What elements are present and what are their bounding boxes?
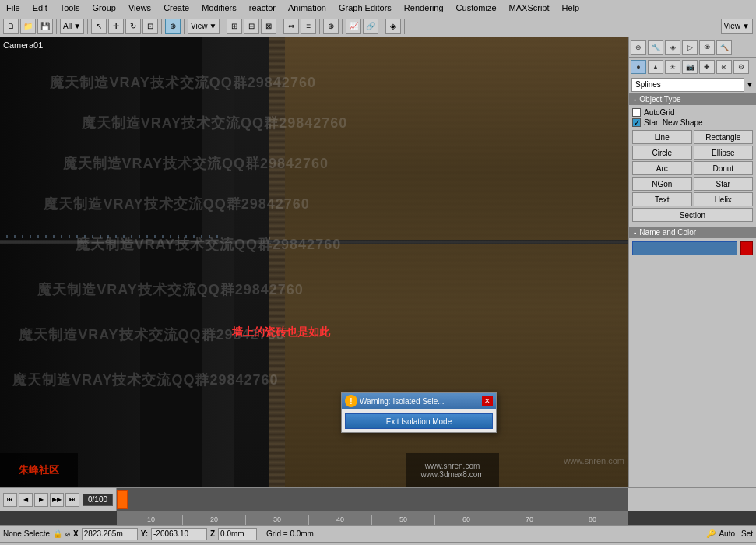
panel-btn-motion[interactable]: ▷ [682, 40, 698, 54]
menu-animation[interactable]: Animation [285, 2, 329, 13]
toolbar-snap2[interactable]: ⊟ [244, 19, 259, 34]
menu-edit[interactable]: Edit [30, 2, 51, 13]
brand-3dmax: www.3dmax8.com [420, 470, 483, 479]
menu-customize[interactable]: Customize [453, 2, 500, 13]
brand-right: www.snren.com www.3dmax8.com [406, 453, 499, 487]
key-icon: 🔑 [706, 529, 716, 538]
watermark-snren: www.snren.com [564, 456, 624, 466]
shape-btn-circle[interactable]: Circle [632, 146, 692, 160]
menu-file[interactable]: File [3, 2, 23, 13]
timeline-track[interactable] [117, 488, 628, 511]
toolbar-align[interactable]: ≡ [301, 19, 316, 34]
toolbar-select[interactable]: ↖ [91, 19, 107, 34]
shape-btn-text[interactable]: Text [632, 192, 692, 206]
view-label2: View [724, 22, 741, 30]
object-type-grid: AutoGrid ✓ Start New Shape Line Rectangl… [629, 105, 756, 225]
panel-btn-hierarchy[interactable]: ◈ [665, 40, 680, 54]
shape-btn-section[interactable]: Section [632, 208, 753, 222]
all-dropdown[interactable]: All ▼ [60, 19, 84, 34]
start-new-shape-row: ✓ Start New Shape [632, 118, 753, 127]
ruler-80: 80 [561, 515, 624, 525]
right-panel: ⊕ 🔧 ◈ ▷ 👁 🔨 ● ▲ ☀ 📷 ✚ ⊗ ⚙ Splines ▼ [628, 37, 756, 487]
splines-dropdown[interactable]: Splines [631, 78, 744, 92]
status-bar: None Selecte 🔒 ⌀ X Y: Z Grid = 0.0mm 🔑 A… [0, 525, 756, 542]
name-input-field[interactable] [632, 241, 737, 255]
shape-btn-ngon[interactable]: NGon [632, 177, 692, 191]
menu-create[interactable]: Create [160, 2, 192, 13]
panel-btn-lights[interactable]: ☀ [665, 60, 680, 74]
color-swatch[interactable] [740, 241, 753, 255]
panel-btn-spacewarps[interactable]: ⊗ [716, 60, 732, 74]
shape-btn-line[interactable]: Line [632, 130, 692, 144]
panel-btn-utilities[interactable]: 🔨 [716, 40, 732, 54]
view-arrow2: ▼ [742, 22, 750, 30]
shape-btn-donut[interactable]: Donut [694, 161, 754, 175]
shape-btn-ellipse[interactable]: Ellipse [694, 146, 754, 160]
dialog-close-button[interactable]: ✕ [482, 396, 493, 406]
toolbar-sep9 [382, 19, 382, 34]
toolbar-mirror[interactable]: ⇔ [283, 19, 299, 34]
toolbar-schematic[interactable]: 🔗 [363, 19, 378, 34]
toolbar-curve[interactable]: 📈 [346, 19, 361, 34]
panel-btn-modify[interactable]: 🔧 [648, 40, 663, 54]
menu-reactor[interactable]: reactor [246, 2, 279, 13]
y-input[interactable] [151, 528, 207, 540]
shape-btn-arc[interactable]: Arc [632, 161, 692, 175]
shape-btn-rectangle[interactable]: Rectangle [694, 130, 754, 144]
toolbar-material[interactable]: ◈ [385, 19, 401, 34]
z-input[interactable] [218, 528, 257, 540]
toolbar-open[interactable]: 📁 [20, 19, 36, 34]
panel-btn-geometry[interactable]: ● [631, 60, 646, 74]
menu-help[interactable]: Help [559, 2, 583, 13]
toolbar-layers[interactable]: ⊕ [323, 19, 339, 34]
menu-rendering[interactable]: Rendering [401, 2, 447, 13]
btn-next-frame[interactable]: ▶▶ [50, 493, 64, 507]
camera-label: Camera01 [3, 40, 43, 50]
panel-btn-systems[interactable]: ⚙ [733, 60, 749, 74]
btn-prev-frame[interactable]: ◀ [19, 493, 33, 507]
menu-graph-editors[interactable]: Graph Editors [336, 2, 395, 13]
menu-tools[interactable]: Tools [57, 2, 83, 13]
ruler-50: 50 [372, 515, 435, 525]
toolbar-rotate[interactable]: ↻ [125, 19, 141, 34]
panel-btn-create[interactable]: ⊕ [631, 40, 646, 54]
start-new-shape-checkbox[interactable]: ✓ [632, 118, 641, 127]
menu-views[interactable]: Views [125, 2, 154, 13]
autogrid-row: AutoGrid [632, 108, 753, 117]
menu-maxscript[interactable]: MAXScript [506, 2, 553, 13]
toolbar-save[interactable]: 💾 [37, 19, 53, 34]
panel-btn-helpers[interactable]: ✚ [699, 60, 715, 74]
z-label: Z [210, 529, 215, 538]
panel-btn-shapes[interactable]: ▲ [648, 60, 663, 74]
panel-btn-display[interactable]: 👁 [699, 40, 715, 54]
toolbar-snap3[interactable]: ⊠ [261, 19, 276, 34]
view-dropdown[interactable]: View ▼ [188, 19, 220, 34]
shape-btn-helix[interactable]: Helix [694, 192, 754, 206]
btn-go-end[interactable]: ⏭ [65, 493, 79, 507]
shape-btn-star[interactable]: Star [694, 177, 754, 191]
watermark-6: 魔天制造VRAY技术交流QQ群29842760 [37, 280, 303, 299]
toolbar-snap[interactable]: ⊞ [227, 19, 242, 34]
ruler-60: 60 [435, 515, 498, 525]
view-dropdown2[interactable]: View ▼ [721, 19, 753, 34]
viewport[interactable]: Camera01 魔天制造VRAY技术交流QQ群29842760 魔天制造VRA… [0, 37, 628, 487]
toolbar-new[interactable]: 🗋 [3, 19, 19, 34]
toolbar-move[interactable]: ✛ [108, 19, 124, 34]
menu-group[interactable]: Group [89, 2, 119, 13]
set-label: Set [741, 529, 753, 538]
exit-isolation-button[interactable]: Exit Isolation Mode [345, 413, 493, 429]
btn-play[interactable]: ▶ [34, 493, 48, 507]
x-input[interactable] [82, 528, 138, 540]
btn-go-start[interactable]: ⏮ [3, 493, 17, 507]
toolbar-scale[interactable]: ⊡ [142, 19, 158, 34]
column-dark [140, 37, 202, 487]
panel-btn-cameras[interactable]: 📷 [682, 60, 698, 74]
timeline-left: ⏮ ◀ ▶ ▶▶ ⏭ 0 / 100 [0, 488, 117, 511]
autogrid-checkbox[interactable] [632, 108, 641, 117]
scene-bg [0, 37, 628, 487]
toolbar-reference[interactable]: ⊕ [165, 19, 181, 34]
timeline-slider[interactable] [117, 490, 128, 509]
brand-left: 朱峰社区 [0, 453, 78, 487]
ruler-area: 10 20 30 40 50 60 70 80 [117, 511, 628, 525]
menu-modifiers[interactable]: Modifiers [199, 2, 240, 13]
